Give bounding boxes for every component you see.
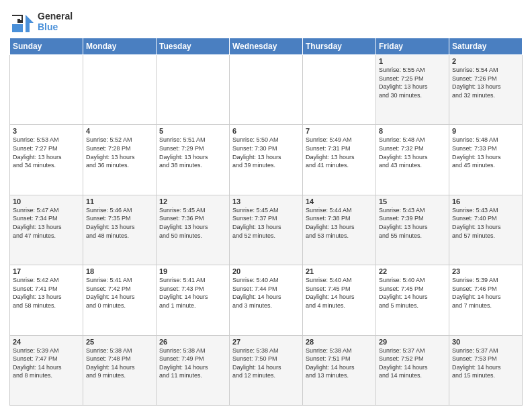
day-info: Sunrise: 5:46 AM Sunset: 7:35 PM Dayligh… (86, 206, 153, 240)
day-cell (10, 55, 83, 125)
day-number: 29 (379, 338, 446, 346)
logo-svg (9, 9, 34, 34)
day-cell (230, 55, 303, 125)
day-number: 1 (379, 57, 446, 65)
day-info: Sunrise: 5:41 AM Sunset: 7:42 PM Dayligh… (86, 276, 153, 310)
day-cell: 25Sunrise: 5:38 AM Sunset: 7:48 PM Dayli… (83, 335, 157, 405)
day-number: 26 (159, 338, 226, 346)
day-info: Sunrise: 5:39 AM Sunset: 7:46 PM Dayligh… (452, 276, 519, 310)
day-number: 7 (306, 127, 373, 135)
day-number: 22 (379, 267, 446, 275)
day-cell: 21Sunrise: 5:40 AM Sunset: 7:45 PM Dayli… (303, 265, 376, 335)
logo-line1: General (38, 11, 73, 21)
weekday-header-friday: Friday (376, 38, 449, 55)
day-cell: 3Sunrise: 5:53 AM Sunset: 7:27 PM Daylig… (10, 125, 83, 195)
day-info: Sunrise: 5:40 AM Sunset: 7:45 PM Dayligh… (306, 276, 373, 310)
day-number: 28 (306, 338, 373, 346)
day-cell: 5Sunrise: 5:51 AM Sunset: 7:29 PM Daylig… (157, 125, 230, 195)
weekday-header-wednesday: Wednesday (230, 38, 303, 55)
day-cell: 14Sunrise: 5:44 AM Sunset: 7:38 PM Dayli… (303, 195, 376, 265)
day-cell: 7Sunrise: 5:49 AM Sunset: 7:31 PM Daylig… (303, 125, 376, 195)
day-info: Sunrise: 5:51 AM Sunset: 7:29 PM Dayligh… (159, 136, 226, 169)
day-number: 6 (232, 127, 300, 135)
day-cell: 29Sunrise: 5:37 AM Sunset: 7:52 PM Dayli… (376, 335, 449, 405)
day-cell: 15Sunrise: 5:43 AM Sunset: 7:39 PM Dayli… (376, 195, 449, 265)
day-number: 3 (13, 127, 80, 135)
calendar-table: SundayMondayTuesdayWednesdayThursdayFrid… (9, 38, 523, 406)
day-info: Sunrise: 5:47 AM Sunset: 7:34 PM Dayligh… (13, 206, 80, 240)
weekday-header-saturday: Saturday (449, 38, 523, 55)
day-cell: 28Sunrise: 5:38 AM Sunset: 7:51 PM Dayli… (303, 335, 376, 405)
day-number: 2 (452, 57, 519, 65)
week-row-2: 3Sunrise: 5:53 AM Sunset: 7:27 PM Daylig… (10, 125, 523, 195)
day-cell: 16Sunrise: 5:43 AM Sunset: 7:40 PM Dayli… (449, 195, 523, 265)
day-info: Sunrise: 5:52 AM Sunset: 7:28 PM Dayligh… (86, 136, 153, 169)
weekday-header-row: SundayMondayTuesdayWednesdayThursdayFrid… (10, 38, 523, 55)
day-cell (83, 55, 157, 125)
day-number: 24 (13, 338, 80, 346)
day-cell: 1Sunrise: 5:55 AM Sunset: 7:25 PM Daylig… (376, 55, 449, 125)
day-number: 19 (159, 267, 226, 275)
day-number: 25 (86, 338, 153, 346)
day-info: Sunrise: 5:48 AM Sunset: 7:32 PM Dayligh… (379, 136, 446, 169)
day-info: Sunrise: 5:49 AM Sunset: 7:31 PM Dayligh… (306, 136, 373, 169)
day-cell: 23Sunrise: 5:39 AM Sunset: 7:46 PM Dayli… (449, 265, 523, 335)
day-info: Sunrise: 5:40 AM Sunset: 7:45 PM Dayligh… (379, 276, 446, 310)
day-cell: 26Sunrise: 5:38 AM Sunset: 7:49 PM Dayli… (157, 335, 230, 405)
day-cell: 10Sunrise: 5:47 AM Sunset: 7:34 PM Dayli… (10, 195, 83, 265)
calendar: SundayMondayTuesdayWednesdayThursdayFrid… (9, 38, 523, 406)
day-cell (303, 55, 376, 125)
week-row-3: 10Sunrise: 5:47 AM Sunset: 7:34 PM Dayli… (10, 195, 523, 265)
day-number: 18 (86, 267, 153, 275)
day-info: Sunrise: 5:53 AM Sunset: 7:27 PM Dayligh… (13, 136, 80, 169)
day-cell: 6Sunrise: 5:50 AM Sunset: 7:30 PM Daylig… (230, 125, 303, 195)
day-number: 14 (306, 197, 373, 205)
day-number: 9 (452, 127, 519, 135)
day-cell: 17Sunrise: 5:42 AM Sunset: 7:41 PM Dayli… (10, 265, 83, 335)
day-info: Sunrise: 5:54 AM Sunset: 7:26 PM Dayligh… (452, 66, 519, 99)
day-cell: 4Sunrise: 5:52 AM Sunset: 7:28 PM Daylig… (83, 125, 157, 195)
day-info: Sunrise: 5:40 AM Sunset: 7:44 PM Dayligh… (232, 276, 300, 310)
day-number: 13 (232, 197, 300, 205)
day-cell: 18Sunrise: 5:41 AM Sunset: 7:42 PM Dayli… (83, 265, 157, 335)
logo-line2: Blue (38, 21, 73, 32)
day-cell: 13Sunrise: 5:45 AM Sunset: 7:37 PM Dayli… (230, 195, 303, 265)
day-number: 4 (86, 127, 153, 135)
day-cell: 30Sunrise: 5:37 AM Sunset: 7:53 PM Dayli… (449, 335, 523, 405)
week-row-4: 17Sunrise: 5:42 AM Sunset: 7:41 PM Dayli… (10, 265, 523, 335)
weekday-header-thursday: Thursday (303, 38, 376, 55)
day-number: 23 (452, 267, 519, 275)
day-info: Sunrise: 5:41 AM Sunset: 7:43 PM Dayligh… (159, 276, 226, 310)
day-info: Sunrise: 5:38 AM Sunset: 7:49 PM Dayligh… (159, 347, 226, 380)
day-cell: 8Sunrise: 5:48 AM Sunset: 7:32 PM Daylig… (376, 125, 449, 195)
day-number: 15 (379, 197, 446, 205)
day-number: 11 (86, 197, 153, 205)
week-row-5: 24Sunrise: 5:39 AM Sunset: 7:47 PM Dayli… (10, 335, 523, 405)
header: General Blue (9, 7, 523, 34)
day-cell: 19Sunrise: 5:41 AM Sunset: 7:43 PM Dayli… (157, 265, 230, 335)
weekday-header-monday: Monday (83, 38, 157, 55)
day-cell: 24Sunrise: 5:39 AM Sunset: 7:47 PM Dayli… (10, 335, 83, 405)
day-cell: 20Sunrise: 5:40 AM Sunset: 7:44 PM Dayli… (230, 265, 303, 335)
logo: General Blue (9, 9, 73, 34)
weekday-header-sunday: Sunday (10, 38, 83, 55)
day-number: 17 (13, 267, 80, 275)
day-cell: 22Sunrise: 5:40 AM Sunset: 7:45 PM Dayli… (376, 265, 449, 335)
day-cell: 11Sunrise: 5:46 AM Sunset: 7:35 PM Dayli… (83, 195, 157, 265)
day-info: Sunrise: 5:38 AM Sunset: 7:51 PM Dayligh… (306, 347, 373, 380)
day-cell (157, 55, 230, 125)
day-number: 27 (232, 338, 300, 346)
day-number: 5 (159, 127, 226, 135)
day-number: 16 (452, 197, 519, 205)
day-number: 20 (232, 267, 300, 275)
weekday-header-tuesday: Tuesday (157, 38, 230, 55)
day-info: Sunrise: 5:37 AM Sunset: 7:53 PM Dayligh… (452, 347, 519, 380)
day-number: 8 (379, 127, 446, 135)
page: General Blue SundayMondayTuesdayWednesda… (0, 0, 532, 411)
day-cell: 9Sunrise: 5:48 AM Sunset: 7:33 PM Daylig… (449, 125, 523, 195)
day-info: Sunrise: 5:44 AM Sunset: 7:38 PM Dayligh… (306, 206, 373, 240)
day-info: Sunrise: 5:50 AM Sunset: 7:30 PM Dayligh… (232, 136, 300, 169)
day-info: Sunrise: 5:45 AM Sunset: 7:36 PM Dayligh… (159, 206, 226, 240)
day-info: Sunrise: 5:48 AM Sunset: 7:33 PM Dayligh… (452, 136, 519, 169)
day-number: 30 (452, 338, 519, 346)
